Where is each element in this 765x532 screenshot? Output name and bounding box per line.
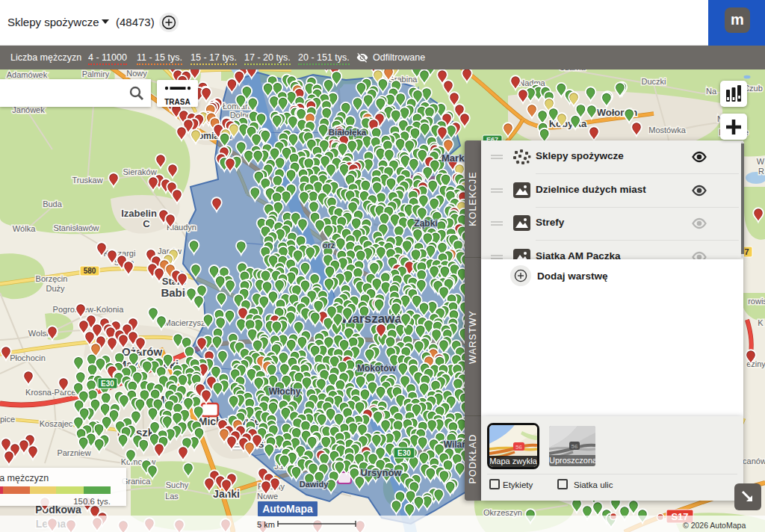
svg-text:Duży: Duży xyxy=(46,284,65,293)
svg-text:Stanisławów: Stanisławów xyxy=(53,223,99,232)
svg-text:Suchy: Suchy xyxy=(166,480,189,489)
svg-text:Las: Las xyxy=(165,492,179,501)
svg-text:580: 580 xyxy=(84,267,96,275)
svg-text:56: 56 xyxy=(572,443,578,450)
svg-text:canów: canów xyxy=(743,457,765,466)
svg-text:56: 56 xyxy=(515,444,522,451)
svg-text:Białołęka: Białołęka xyxy=(329,128,367,137)
svg-text:W: W xyxy=(757,157,765,166)
svg-text:Sieraków: Sieraków xyxy=(123,167,156,176)
svg-text:Nowy: Nowy xyxy=(126,69,147,78)
svg-text:Marki: Marki xyxy=(442,152,467,164)
svg-text:Izabelin: Izabelin xyxy=(121,208,157,219)
svg-text:Truskaw: Truskaw xyxy=(72,176,102,185)
svg-text:Borzęcin: Borzęcin xyxy=(36,274,68,283)
svg-text:Koszajec: Koszajec xyxy=(40,419,73,428)
svg-text:Adamówek: Adamówek xyxy=(7,70,48,79)
svg-text:C: C xyxy=(143,218,150,229)
svg-text:Duczki: Duczki xyxy=(641,77,666,86)
svg-text:Buda: Buda xyxy=(43,200,63,208)
svg-text:Wólka: Wólka xyxy=(13,224,36,233)
svg-text:E30: E30 xyxy=(101,380,114,388)
svg-text:pice: pice xyxy=(0,415,15,424)
svg-text:rowis: rowis xyxy=(748,297,765,306)
svg-text:Płochocin: Płochocin xyxy=(10,353,46,362)
svg-text:E30: E30 xyxy=(397,449,411,457)
svg-text:Mostówka: Mostówka xyxy=(648,126,686,134)
svg-text:Dawidy: Dawidy xyxy=(300,480,329,489)
svg-text:R: R xyxy=(758,167,764,176)
svg-text:orz: orz xyxy=(323,241,335,250)
svg-text:Macierzysz: Macierzysz xyxy=(164,318,205,327)
svg-text:Mokotów: Mokotów xyxy=(357,363,397,374)
svg-text:Pogroszew-Kolonia: Pogroszew-Kolonia xyxy=(53,305,125,314)
svg-text:Palmiry: Palmiry xyxy=(82,69,110,78)
svg-text:7: 7 xyxy=(744,247,749,256)
svg-text:Ursynów: Ursynów xyxy=(361,467,403,478)
svg-text:Włochy: Włochy xyxy=(269,386,301,397)
svg-text:Na: Na xyxy=(706,87,717,96)
svg-text:Ząbki: Ząbki xyxy=(414,218,437,229)
svg-text:K: K xyxy=(758,318,764,327)
svg-text:Parzniew: Parzniew xyxy=(57,448,90,457)
